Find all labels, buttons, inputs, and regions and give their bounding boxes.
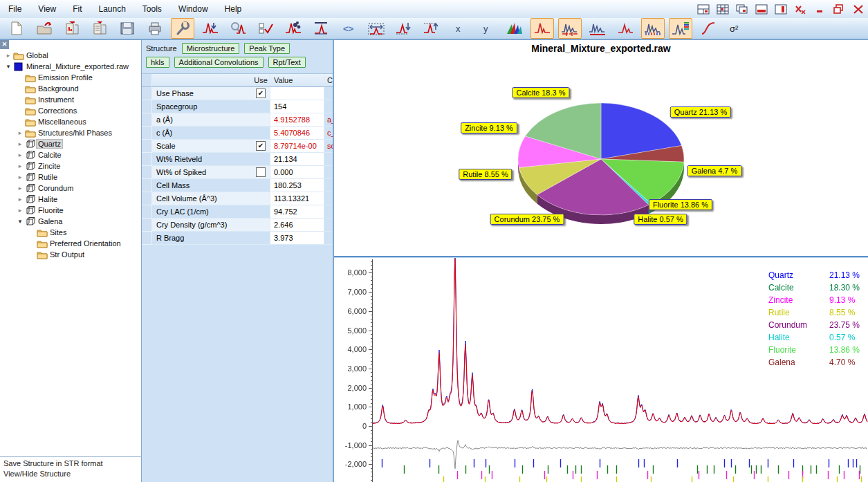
print-button[interactable] xyxy=(143,18,167,39)
import-scan-button[interactable] xyxy=(60,18,84,39)
code-cell[interactable] xyxy=(324,205,334,219)
tab-structure[interactable]: Structure xyxy=(146,44,177,53)
tab-additional-convolutions[interactable]: Additional Convolutions xyxy=(174,57,264,68)
stack-scans-button[interactable] xyxy=(503,18,526,39)
x-axis-button[interactable]: x xyxy=(447,18,471,39)
tree-expander-icon[interactable]: ▾ xyxy=(4,63,12,70)
close-panel-icon[interactable]: ✕ xyxy=(0,40,9,49)
new-file-button[interactable] xyxy=(5,18,28,39)
cascade-windows-icon[interactable] xyxy=(734,3,750,15)
tree-expander-icon[interactable]: ▸ xyxy=(16,196,24,203)
minimize-icon[interactable] xyxy=(811,3,828,15)
insert-peak-button[interactable] xyxy=(198,18,222,39)
tree-expander-icon[interactable]: ▸ xyxy=(16,151,24,158)
value-cell[interactable]: 21.134 xyxy=(270,153,324,166)
code-cell[interactable]: sc_qu xyxy=(324,140,334,153)
tree-item-fluorite[interactable]: ▸Fluorite xyxy=(0,205,141,216)
arrange-quad-icon[interactable] xyxy=(695,3,712,15)
tree-item-preferred-orientation[interactable]: Preferred Orientation xyxy=(0,238,141,249)
tree-item-emission-profile[interactable]: Emission Profile xyxy=(0,72,141,83)
restore-icon[interactable] xyxy=(831,3,847,15)
structure-fit-button[interactable] xyxy=(281,18,305,39)
value-cell[interactable]: 3.973 xyxy=(270,232,324,245)
show-calc-button[interactable] xyxy=(530,18,554,39)
code-cell[interactable] xyxy=(324,153,334,166)
value-cell[interactable]: 94.752 xyxy=(270,205,324,219)
value-cell[interactable]: 8.79714e-00 xyxy=(270,140,324,153)
tree-item-background[interactable]: Background xyxy=(0,83,141,94)
tile-horizontal-icon[interactable] xyxy=(753,3,770,15)
tree-expander-icon[interactable]: ▸ xyxy=(16,163,24,169)
shift-up-button[interactable] xyxy=(420,18,443,39)
code-cell[interactable] xyxy=(324,232,334,245)
cumulative-button[interactable] xyxy=(696,18,720,39)
checked-checkbox[interactable]: ✔ xyxy=(256,141,266,151)
value-cell[interactable]: 5.4070846 xyxy=(270,127,324,140)
code-cell[interactable] xyxy=(324,219,334,232)
value-cell[interactable] xyxy=(270,87,324,100)
value-cell[interactable]: 180.253 xyxy=(270,179,324,192)
tree-item-rutile[interactable]: ▸Rutile xyxy=(0,172,141,183)
tree-item-miscellaneous[interactable]: Miscellaneous xyxy=(0,116,141,127)
code-cell[interactable] xyxy=(324,166,334,179)
tree-expander-icon[interactable]: ▸ xyxy=(16,174,24,180)
code-view-button[interactable]: <> xyxy=(337,18,360,39)
close-icon[interactable] xyxy=(850,3,867,15)
show-difference-button[interactable] xyxy=(558,18,582,39)
tab-hkls[interactable]: hkls xyxy=(146,57,169,68)
code-cell[interactable] xyxy=(324,192,334,205)
tree-item-str-output[interactable]: Str Output xyxy=(0,249,141,260)
x-limit-button[interactable] xyxy=(309,18,333,39)
code-cell[interactable]: c_qua xyxy=(324,127,334,140)
menu-window[interactable]: Window xyxy=(170,0,216,18)
value-cell[interactable]: 0.000 xyxy=(270,166,324,179)
open-file-button[interactable] xyxy=(33,18,56,39)
tree-item-sites[interactable]: Sites xyxy=(0,227,141,238)
peak-search-button[interactable] xyxy=(226,18,250,39)
shift-down-button[interactable] xyxy=(392,18,416,39)
code-cell[interactable] xyxy=(324,100,334,113)
tree-expander-icon[interactable]: ▸ xyxy=(16,140,24,147)
value-cell[interactable]: 113.13321 xyxy=(270,192,324,205)
menu-help[interactable]: Help xyxy=(216,0,250,18)
import-file-button[interactable] xyxy=(88,18,111,39)
tree-item-structures-hkl-phases[interactable]: ▸Structures/hkl Phases xyxy=(0,127,141,138)
value-cell[interactable]: 4.9152788 xyxy=(270,113,324,127)
tab-peak-type[interactable]: Peak Type xyxy=(244,43,290,54)
tree-item-corundum[interactable]: ▸Corundum xyxy=(0,183,141,194)
code-cell[interactable]: a_qua xyxy=(324,113,334,127)
menu-view[interactable]: View xyxy=(30,0,64,18)
save-button[interactable] xyxy=(116,18,139,39)
fit-range-button[interactable] xyxy=(364,18,388,39)
tree-item-calcite[interactable]: ▸Calcite xyxy=(0,149,141,160)
show-background-button[interactable] xyxy=(586,18,609,39)
tree-item-instrument[interactable]: Instrument xyxy=(0,94,141,105)
menu-tools[interactable]: Tools xyxy=(134,0,170,18)
refine-options-button[interactable] xyxy=(254,18,277,39)
y-axis-button[interactable]: y xyxy=(475,18,499,39)
fit-settings-button[interactable] xyxy=(171,18,194,39)
checked-checkbox[interactable]: ✔ xyxy=(256,89,266,98)
show-ticks-button[interactable] xyxy=(641,18,665,39)
tree-item-global[interactable]: ▸Global xyxy=(0,50,141,61)
tile-vertical-icon[interactable] xyxy=(773,3,789,15)
tree-expander-icon[interactable]: ▸ xyxy=(16,129,24,136)
unchecked-checkbox[interactable] xyxy=(256,167,266,177)
tree-expander-icon[interactable]: ▸ xyxy=(16,207,24,214)
close-all-icon[interactable] xyxy=(792,3,809,15)
tree-item-corrections[interactable]: Corrections xyxy=(0,105,141,116)
value-cell[interactable]: 154 xyxy=(270,100,324,113)
tree-expander-icon[interactable]: ▸ xyxy=(4,52,12,59)
menu-launch[interactable]: Launch xyxy=(90,0,133,18)
tab-rpt-text[interactable]: Rpt/Text xyxy=(268,57,306,68)
value-cell[interactable]: 2.646 xyxy=(270,219,324,232)
tree-item-quartz[interactable]: ▸Quartz xyxy=(0,138,141,149)
show-legend-button[interactable] xyxy=(669,18,692,39)
sigma2-button[interactable]: σ² xyxy=(724,18,748,39)
code-cell[interactable] xyxy=(324,87,334,100)
tree-expander-icon[interactable]: ▾ xyxy=(16,218,24,225)
tree-item-mineral-mixture-exported-raw[interactable]: ▾Mineral_Mixture_exported.raw xyxy=(0,61,141,72)
tab-microstructure[interactable]: Microstructure xyxy=(182,43,240,54)
menu-file[interactable]: File xyxy=(0,0,30,18)
tree-item-galena[interactable]: ▾Galena xyxy=(0,216,141,227)
